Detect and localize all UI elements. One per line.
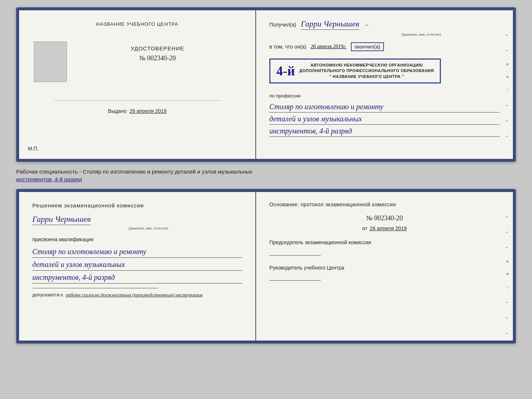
fio-hint-diploma: (фамилия, имя, отчество) [343, 33, 500, 36]
diploma-right-panel: Получил(а) Гарри Чернышев – (фамилия, им… [256, 10, 513, 159]
mp-label: М.П. [28, 146, 39, 152]
stamp-line1: АВТОНОМНУЮ НЕКОММЕРЧЕСКУЮ ОРГАНИЗАЦИЮ [299, 63, 434, 68]
qual-name: Гарри Чернышев [32, 214, 91, 225]
qualification-document: Решением экзаменационной комиссии Гарри … [16, 189, 516, 343]
okonchil-label: окончил(а) [351, 42, 384, 51]
description-text-before: Рабочая специальность - Столяр по изгото… [16, 168, 252, 175]
description-line: Рабочая специальность - Столяр по изгото… [16, 168, 516, 183]
protocol-date-row: от 26 апреля 2019 [269, 225, 500, 232]
diploma-org-name: НАЗВАНИЕ УЧЕБНОГО ЦЕНТРА [96, 21, 178, 27]
predsedatel-block: Председатель экзаменационной комиссии [269, 239, 500, 256]
predsedatel-signature-line [269, 255, 321, 256]
fio-hint-row: (фамилия, имя, отчество) [269, 33, 500, 36]
dopuskaetsya-text: работе согласно должностным (производств… [66, 292, 202, 298]
diploma-number: № 002340-20 [139, 54, 176, 62]
stamp-block: 4-й АВТОНОМНУЮ НЕКОММЕРЧЕСКУЮ ОРГАНИЗАЦИ… [269, 58, 441, 83]
diploma-document: НАЗВАНИЕ УЧЕБНОГО ЦЕНТРА УДОСТОВЕРЕНИЕ №… [16, 7, 516, 162]
rukovoditel-signature-line [269, 280, 321, 281]
diploma-photo [34, 42, 67, 82]
issued-label: Выдано [108, 108, 127, 114]
profession-text-block: Столяр по изготовлению и ремонту деталей… [269, 101, 500, 137]
side-letter-ya: я [506, 76, 510, 78]
side-letter-arrow2: ← [506, 285, 510, 289]
prisvoena-label: присвоена квалификация [32, 236, 94, 242]
side-letter-i: и [506, 63, 510, 65]
diploma-left-content: УДОСТОВЕРЕНИЕ № 002340-20 [34, 42, 241, 82]
stamp-line2: ДОПОЛНИТЕЛЬНОГО ПРОФЕССИОНАЛЬНОГО ОБРАЗО… [299, 68, 434, 74]
qual-left-panel: Решением экзаменационной комиссии Гарри … [19, 192, 256, 341]
diploma-left-panel: НАЗВАНИЕ УЧЕБНОГО ЦЕНТРА УДОСТОВЕРЕНИЕ №… [19, 10, 256, 159]
side-letter-i2: и [506, 260, 510, 263]
profession-line-1: Столяр по изготовлению и ремонту [269, 101, 500, 113]
side-dashes-qual: – – – и я ← – – – [506, 214, 510, 336]
protocol-number: № 002340-20 [366, 214, 403, 222]
vtom-date: 26 апреля 2019г. [311, 44, 346, 50]
dopuskaetsya-row: допускается к работе согласно должностны… [32, 292, 242, 298]
rank-badge: 4-й [276, 63, 295, 79]
rukovoditel-block: Руководитель учебного Центра [269, 264, 500, 281]
udostoverenie-title: УДОСТОВЕРЕНИЕ [131, 45, 184, 51]
vtom-row: в том, что он(а) 26 апреля 2019г. окончи… [269, 42, 500, 51]
vtom-label: в том, что он(а) [269, 44, 306, 50]
side-letter-arrow: ← [506, 88, 510, 92]
protocol-date: 26 апреля 2019 [370, 225, 407, 231]
qual-profession-block: Столяр по изготовлению и ремонту деталей… [32, 246, 242, 284]
profession-line-3: инструментов, 4-й разряд [269, 125, 500, 137]
protocol-date-prefix: от [362, 225, 367, 231]
profession-label: по профессии [269, 93, 301, 99]
side-letter-ya2: я [506, 273, 510, 275]
qual-profession-line-1: Столяр по изготовлению и ремонту [32, 246, 242, 258]
protocol-number-row: № 002340-20 [269, 214, 500, 222]
qual-right-panel: Основание: протокол экзаменационной коми… [256, 192, 513, 341]
qual-fio-hint-row: (фамилия, имя, отчество) [32, 227, 242, 230]
diploma-center-text: УДОСТОВЕРЕНИЕ № 002340-20 [74, 42, 241, 70]
recipient-name: Гарри Чернышев [301, 19, 359, 30]
qual-profession-line-3: инструментов, 4-й разряд [32, 271, 242, 284]
qual-right-title: Основание: протокол экзаменационной коми… [269, 201, 500, 209]
diploma-issued-date: Выдано 26 апреля 2019 [34, 108, 241, 114]
rukovoditel-label: Руководитель учебного Центра [269, 264, 500, 272]
qual-fio-hint: (фамилия, имя, отчество) [54, 227, 242, 230]
description-underline-text: инструментов, 4-й разряд [16, 176, 82, 182]
prisvoena-row: присвоена квалификация [32, 236, 242, 243]
qual-name-row: Гарри Чернышев [32, 214, 242, 226]
stamp-line3: " НАЗВАНИЕ УЧЕБНОГО ЦЕНТРА " [299, 74, 434, 79]
qual-title: Решением экзаменационной комиссии [32, 202, 242, 209]
dopuskaetsya-label: допускается к [32, 292, 63, 298]
predsedatel-label: Председатель экзаменационной комиссии [269, 239, 500, 246]
profession-line-2: деталей и узлов музыкальных [269, 113, 500, 125]
profession-label-row: по профессии [269, 92, 500, 99]
qual-profession-line-2: деталей и узлов музыкальных [32, 259, 242, 271]
recipient-row: Получил(а) Гарри Чернышев – [269, 19, 500, 31]
side-dashes-diploma: – – и я ← – – – [506, 32, 510, 139]
issued-date-value: 26 апреля 2019 [130, 108, 167, 114]
poluchil-label: Получил(а) [269, 22, 296, 28]
